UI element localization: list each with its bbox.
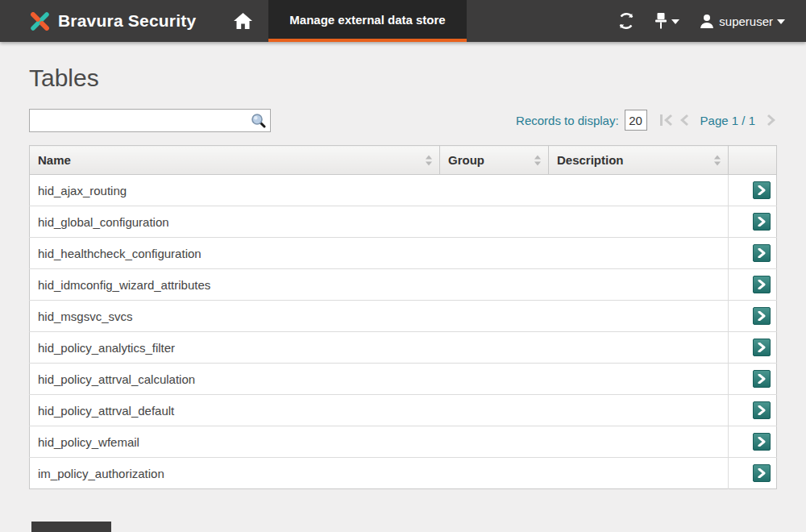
cell-group bbox=[440, 458, 549, 489]
first-page-icon[interactable] bbox=[659, 114, 673, 127]
cell-name: im_policy_authorization bbox=[30, 458, 440, 489]
open-table-button[interactable] bbox=[753, 370, 771, 388]
brand-name: Bravura Security bbox=[58, 11, 196, 31]
search-box bbox=[29, 109, 271, 132]
bravura-logo-icon bbox=[29, 10, 51, 32]
user-icon bbox=[699, 13, 715, 29]
table-row: hid_policy_wfemail bbox=[30, 426, 777, 458]
table-row: hid_msgsvc_svcs bbox=[30, 301, 777, 332]
cell-name: hid_idmconfig_wizard_attributes bbox=[30, 269, 440, 301]
search-icon[interactable] bbox=[251, 113, 266, 131]
open-table-button[interactable] bbox=[753, 433, 771, 451]
cell-actions bbox=[729, 238, 777, 269]
tab-manage-external-data-store[interactable]: Manage external data store bbox=[268, 0, 466, 42]
cell-name: hid_msgsvc_svcs bbox=[30, 301, 440, 332]
column-header-group[interactable]: Group bbox=[440, 146, 549, 175]
open-table-button[interactable] bbox=[753, 213, 771, 231]
cell-description bbox=[549, 238, 729, 269]
records-to-display-input[interactable] bbox=[625, 110, 647, 131]
page-title: Tables bbox=[29, 64, 777, 92]
app-header: Bravura Security Manage external data st… bbox=[0, 0, 806, 42]
cell-actions bbox=[729, 458, 777, 489]
table-row: hid_healthcheck_configuration bbox=[30, 238, 777, 269]
sort-icon bbox=[534, 155, 541, 165]
home-button[interactable] bbox=[217, 0, 268, 42]
sort-icon bbox=[714, 155, 721, 165]
chevron-down-icon bbox=[671, 19, 679, 24]
cell-name: hid_policy_attrval_default bbox=[30, 395, 440, 426]
cell-description bbox=[549, 332, 729, 364]
search-input[interactable] bbox=[29, 109, 271, 132]
home-icon bbox=[233, 12, 253, 30]
open-table-button[interactable] bbox=[753, 464, 771, 482]
table-controls: Records to display: Page 1 / 1 bbox=[29, 108, 777, 132]
cell-description bbox=[549, 206, 729, 238]
refresh-icon bbox=[617, 12, 635, 30]
table-row: hid_policy_analytics_filter bbox=[30, 332, 777, 364]
table-row: hid_policy_attrval_calculation bbox=[30, 364, 777, 395]
cell-actions bbox=[729, 206, 777, 238]
main-content: Tables Records to display: bbox=[0, 64, 806, 532]
sort-icon bbox=[426, 155, 432, 165]
tables-table: Name Group Description hid_ajax_routing bbox=[29, 145, 777, 489]
cell-group bbox=[440, 332, 549, 364]
cell-name: hid_ajax_routing bbox=[30, 175, 440, 206]
refresh-button[interactable] bbox=[617, 12, 635, 30]
table-row: hid_ajax_routing bbox=[30, 175, 777, 206]
table-body: hid_ajax_routing hid_global_configuratio… bbox=[30, 175, 777, 489]
brand: Bravura Security bbox=[0, 0, 196, 42]
pin-icon bbox=[654, 12, 667, 30]
open-table-button[interactable] bbox=[753, 339, 771, 356]
next-page-icon[interactable] bbox=[767, 114, 777, 127]
open-table-button[interactable] bbox=[753, 307, 771, 325]
table-row: hid_idmconfig_wizard_attributes bbox=[30, 269, 777, 301]
chevron-down-icon bbox=[777, 19, 785, 24]
column-header-name[interactable]: Name bbox=[30, 146, 440, 175]
cell-actions bbox=[729, 332, 777, 364]
cell-group bbox=[440, 238, 549, 269]
cell-description bbox=[549, 364, 729, 395]
replicate-button[interactable]: Replicate bbox=[31, 522, 111, 532]
cell-group bbox=[440, 301, 549, 332]
active-tab-label: Manage external data store bbox=[289, 13, 445, 27]
cell-actions bbox=[729, 426, 777, 458]
cell-description bbox=[549, 269, 729, 301]
header-actions: superuser bbox=[617, 0, 806, 42]
open-table-button[interactable] bbox=[753, 401, 771, 419]
cell-group bbox=[440, 395, 549, 426]
column-header-description[interactable]: Description bbox=[549, 146, 729, 175]
cell-group bbox=[440, 206, 549, 238]
cell-group bbox=[440, 269, 549, 301]
pagination-controls: Records to display: Page 1 / 1 bbox=[516, 110, 777, 131]
cell-group bbox=[440, 426, 549, 458]
column-header-actions bbox=[729, 146, 777, 175]
open-table-button[interactable] bbox=[753, 181, 771, 199]
cell-description bbox=[549, 395, 729, 426]
table-row: hid_policy_attrval_default bbox=[30, 395, 777, 426]
cell-description bbox=[549, 175, 729, 206]
cell-name: hid_policy_attrval_calculation bbox=[30, 364, 440, 395]
cell-description bbox=[549, 458, 729, 489]
user-menu-button[interactable]: superuser bbox=[699, 13, 785, 29]
cell-group bbox=[440, 364, 549, 395]
cell-name: hid_healthcheck_configuration bbox=[30, 238, 440, 269]
cell-actions bbox=[729, 395, 777, 426]
open-table-button[interactable] bbox=[753, 244, 771, 262]
cell-actions bbox=[729, 269, 777, 301]
username-label: superuser bbox=[719, 15, 773, 28]
cell-name: hid_policy_analytics_filter bbox=[30, 332, 440, 364]
cell-name: hid_policy_wfemail bbox=[30, 426, 440, 458]
open-table-button[interactable] bbox=[753, 276, 771, 293]
cell-description bbox=[549, 426, 729, 458]
pin-menu-button[interactable] bbox=[654, 12, 679, 30]
previous-page-icon[interactable] bbox=[679, 114, 688, 127]
table-header-row: Name Group Description bbox=[30, 146, 777, 175]
table-row: im_policy_authorization bbox=[30, 458, 777, 489]
cell-actions bbox=[729, 364, 777, 395]
records-to-display-label: Records to display: bbox=[516, 114, 619, 127]
cell-actions bbox=[729, 175, 777, 206]
page-indicator: Page 1 / 1 bbox=[700, 114, 755, 127]
cell-group bbox=[440, 175, 549, 206]
cell-description bbox=[549, 301, 729, 332]
table-row: hid_global_configuration bbox=[30, 206, 777, 238]
